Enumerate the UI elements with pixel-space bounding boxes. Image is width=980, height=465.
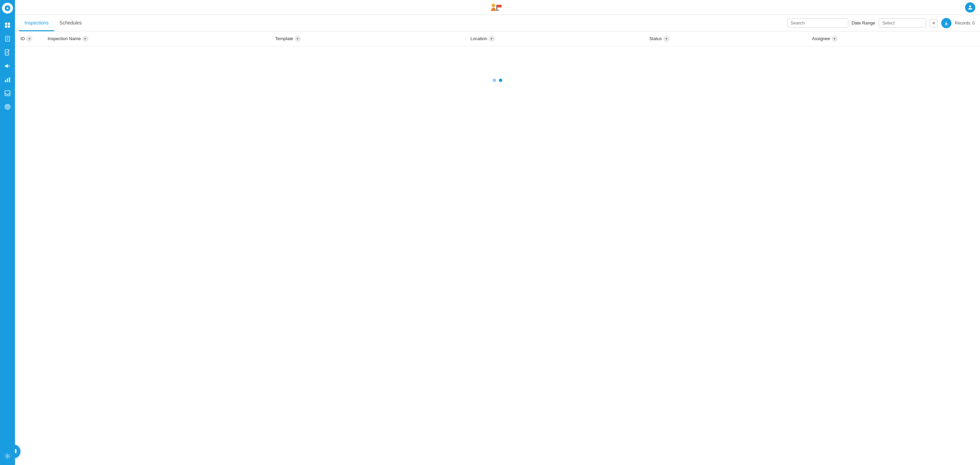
- svg-rect-2: [8, 23, 10, 25]
- name-sort-icon: ▾: [82, 36, 89, 42]
- svg-rect-1: [5, 23, 8, 25]
- table-header: ID ▾ Inspection Name ▾ Template ▾ Locati…: [15, 31, 980, 46]
- column-header-template[interactable]: Template ▾: [275, 36, 470, 42]
- svg-rect-22: [497, 5, 501, 8]
- loading-dot-1: [493, 79, 496, 82]
- sidebar-item-documents[interactable]: [2, 46, 14, 59]
- svg-rect-14: [9, 77, 10, 82]
- sidebar-item-dashboard[interactable]: [2, 19, 14, 31]
- topbar: [15, 0, 980, 15]
- filter-bar: Date Range ✕ Records: 0: [782, 15, 980, 31]
- tab-inspections[interactable]: Inspections: [19, 15, 54, 31]
- loading-dot-2: [499, 79, 502, 82]
- svg-rect-13: [7, 79, 8, 83]
- sidebar: [0, 0, 15, 465]
- date-range-select[interactable]: [878, 18, 926, 27]
- search-input[interactable]: [787, 18, 848, 27]
- svg-rect-12: [5, 80, 6, 83]
- column-header-inspection-name[interactable]: Inspection Name ▾: [48, 36, 275, 42]
- sidebar-item-announcements[interactable]: [2, 60, 14, 72]
- location-sort-icon: ▾: [488, 36, 495, 42]
- svg-point-20: [492, 4, 495, 7]
- column-header-status[interactable]: Status ▾: [649, 36, 812, 42]
- svg-point-24: [969, 5, 971, 8]
- records-count: Records: 0: [955, 21, 975, 25]
- table-container: ID ▾ Inspection Name ▾ Template ▾ Locati…: [15, 31, 980, 465]
- topbar-logo: [487, 3, 508, 12]
- clear-filter-button[interactable]: ✕: [930, 19, 938, 27]
- column-header-assignee[interactable]: Assignee ▾: [812, 36, 975, 42]
- column-header-id[interactable]: ID ▾: [21, 36, 48, 42]
- sidebar-item-inbox[interactable]: [2, 87, 14, 99]
- tab-schedules[interactable]: Schedules: [54, 15, 87, 31]
- svg-rect-4: [8, 25, 10, 28]
- column-header-location[interactable]: Location ▾: [471, 36, 649, 42]
- sidebar-item-targets[interactable]: [2, 101, 14, 113]
- svg-rect-15: [5, 91, 10, 96]
- status-sort-icon: ▾: [663, 36, 669, 42]
- date-range-label: Date Range: [852, 21, 875, 25]
- tab-bar: Inspections Schedules Date Range ✕ Recor…: [15, 15, 980, 31]
- sidebar-item-inspections[interactable]: [2, 33, 14, 45]
- svg-point-18: [7, 106, 8, 107]
- sidebar-item-analytics[interactable]: [2, 73, 14, 86]
- sidebar-item-settings[interactable]: [2, 450, 14, 462]
- main-content: Inspections Schedules Date Range ✕ Recor…: [15, 0, 980, 465]
- svg-point-19: [7, 455, 8, 457]
- download-button[interactable]: [941, 18, 951, 28]
- loading-indicator: [15, 46, 980, 114]
- assignee-sort-icon: ▾: [832, 36, 838, 42]
- id-sort-icon: ▾: [26, 36, 32, 42]
- svg-rect-3: [5, 25, 8, 28]
- svg-rect-9: [5, 50, 8, 56]
- template-sort-icon: ▾: [295, 36, 301, 42]
- sidebar-logo[interactable]: [2, 3, 13, 14]
- user-avatar[interactable]: [965, 2, 975, 13]
